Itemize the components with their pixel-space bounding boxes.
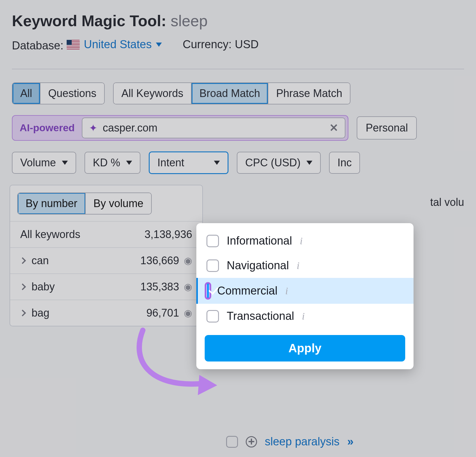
checkbox[interactable] [206,310,219,323]
intent-option-commercial[interactable]: Commercial i [196,278,414,304]
checkbox[interactable] [206,259,219,272]
svg-marker-0 [198,375,217,395]
info-icon[interactable]: i [302,311,305,322]
apply-button[interactable]: Apply [205,335,405,361]
checkbox-checked[interactable] [207,284,209,298]
annotation-arrow [125,324,220,402]
intent-option-transactional[interactable]: Transactional i [196,304,414,328]
intent-option-navigational[interactable]: Navigational i [196,253,414,278]
info-icon[interactable]: i [297,260,299,271]
intent-dropdown: Informational i Navigational i Commercia… [196,223,414,369]
checkbox-highlight [206,284,209,298]
intent-option-informational[interactable]: Informational i [196,228,414,253]
info-icon[interactable]: i [300,235,303,247]
checkbox[interactable] [206,235,219,247]
info-icon[interactable]: i [285,285,288,297]
